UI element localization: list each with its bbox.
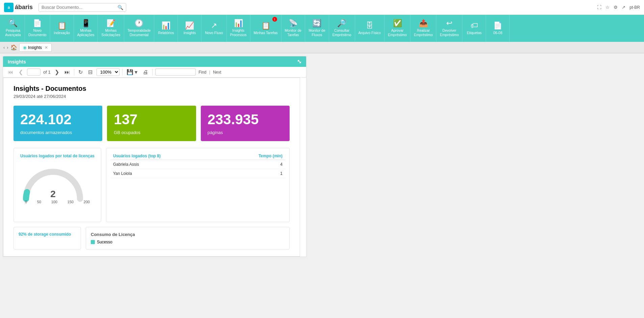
- tab-close-button[interactable]: ✕: [45, 45, 48, 50]
- expand-icon[interactable]: ⤡: [297, 58, 301, 65]
- nav-item-indexacao[interactable]: 📋Indexação: [50, 15, 74, 42]
- nav-icon-pesquisa: 🔍: [8, 20, 18, 27]
- nav-item-relatorios[interactable]: 📊Relatórios: [154, 15, 178, 42]
- kpi-pages-label: páginas: [208, 130, 283, 135]
- nav-icon-minhas-sol: 📝: [106, 20, 115, 27]
- svg-text:2: 2: [50, 189, 56, 199]
- nav-item-insights[interactable]: 📈Insights: [178, 15, 202, 42]
- nav-label-novo-doc: Novo Documento: [28, 28, 47, 37]
- nav-label-arquivo-fisico: Arquivo Físico: [358, 31, 381, 35]
- nav-back-icon[interactable]: ‹: [3, 45, 5, 50]
- nav-item-pesquisa[interactable]: 🔍Pesquisa Avançada: [1, 15, 25, 42]
- nav-item-devolver-emp[interactable]: ↩Devolver Empréstimo: [436, 15, 462, 42]
- prev-page-button[interactable]: ❮: [17, 68, 24, 76]
- nav-icon-minhas-tarefas: 📋: [261, 22, 270, 29]
- nav-label-relatorios: Relatórios: [158, 31, 174, 35]
- nav-icon-monitor-fluxos: 🔄: [312, 20, 321, 27]
- breadcrumb-tab-insights[interactable]: ◉ Insights ✕: [19, 43, 52, 52]
- tab-insights-label: Insights: [28, 45, 42, 50]
- find-button[interactable]: Find: [198, 70, 206, 75]
- search-input[interactable]: [42, 5, 117, 10]
- nav-label-devolver-emp: Devolver Empréstimo: [440, 28, 459, 37]
- nav-item-monitor-fluxos[interactable]: 🔄Monitor de Fluxos: [305, 15, 329, 42]
- nav-forward-icon[interactable]: ›: [7, 45, 8, 50]
- nav-item-minhas-tarefas[interactable]: 📋Minhas Tarefas1: [250, 15, 281, 42]
- last-page-button[interactable]: ⏭: [63, 69, 71, 76]
- gauge-label-150: 150: [68, 200, 74, 204]
- nav-item-06-08[interactable]: 📄06-08: [486, 15, 510, 42]
- nav-item-insights-proc[interactable]: 📊Insights Processos: [227, 15, 250, 42]
- storage-label: 92% de storage consumido: [19, 232, 76, 237]
- legend-label-success: Sucesso: [97, 240, 112, 244]
- fullscreen-icon[interactable]: ⛶: [597, 5, 601, 10]
- kpi-card-documents: 224.102 documentos armazenados: [14, 106, 102, 141]
- kpi-card-pages: 233.935 páginas: [201, 106, 290, 141]
- nav-label-consultar-emp: Consultar Empréstimo: [332, 28, 351, 37]
- kpi-card-gb: 137 GB ocupados: [107, 106, 196, 141]
- tab-insights-icon: ◉: [23, 45, 27, 50]
- nav-item-minhas-apps[interactable]: 📱Minhas Aplicações: [74, 15, 98, 42]
- search-box[interactable]: 🔍: [38, 3, 126, 12]
- gauge-title: Usuários logados por total de licenças: [19, 154, 96, 158]
- user-time: 1: [223, 169, 285, 178]
- nav-item-novo-doc[interactable]: 📄Novo Documento: [25, 15, 50, 42]
- nav-label-minhas-apps: Minhas Aplicações: [77, 28, 95, 37]
- users-card: Usuários logados (top 8) Tempo (min) Gab…: [106, 148, 290, 222]
- gauge-svg: 2: [19, 162, 87, 206]
- nav-item-aprovar-emp[interactable]: ✅Aprovar Empréstimo: [384, 15, 410, 42]
- search-icon[interactable]: 🔍: [117, 5, 123, 10]
- nav-label-realizar-emp: Realizar Empréstimo: [414, 28, 433, 37]
- nav-icon-novo-fluxo: ↗: [211, 22, 217, 29]
- refresh-button[interactable]: ↻: [77, 68, 84, 76]
- nav-icon-arquivo-fisico: 🗄: [366, 22, 373, 29]
- nav-icon-insights: 📈: [185, 22, 194, 29]
- nav-item-temporalidade[interactable]: 🕐Temporalidade Documental: [124, 15, 155, 42]
- nav-icon-minhas-apps: 📱: [81, 20, 90, 27]
- logout-icon[interactable]: ↗: [622, 5, 625, 10]
- nav-icon-monitor-tarefas: 📡: [289, 20, 298, 27]
- gauge-label-200: 200: [84, 200, 90, 204]
- nav-label-insights-proc: Insights Processos: [230, 28, 247, 37]
- nav-icon-indexacao: 📋: [57, 22, 66, 29]
- nav-item-monitor-tarefas[interactable]: 📡Monitor de Tarefas: [281, 15, 305, 42]
- nav-item-etiquetas[interactable]: 🏷Etiquetas: [462, 15, 486, 42]
- legend-dot-success: [91, 240, 95, 244]
- nav-label-minhas-sol: Minhas Solicitações: [101, 28, 120, 37]
- user-time: 4: [223, 160, 285, 169]
- nav-label-06-08: 06-08: [493, 31, 502, 35]
- nav-item-novo-fluxo[interactable]: ↗Novo Fluxo: [202, 15, 226, 42]
- topbar: a ábaris 🔍 ⛶ ☆ ⚙ ↗ pt-BR: [0, 0, 644, 15]
- nav-label-insights: Insights: [184, 31, 196, 35]
- nav-icon-06-08: 📄: [493, 22, 502, 29]
- table-row: Gabriela Assis4: [110, 160, 285, 169]
- nav-icon-aprovar-emp: ✅: [393, 20, 402, 27]
- nav-icon-temporalidade: 🕐: [134, 20, 143, 27]
- nav-item-minhas-sol[interactable]: 📝Minhas Solicitações: [98, 15, 124, 42]
- zoom-out-button[interactable]: ⊟: [87, 68, 94, 76]
- report-date-range: 29/03/2024 até 27/06/2024: [14, 94, 290, 99]
- zoom-select[interactable]: 100% 75% 150%: [97, 68, 119, 76]
- settings-icon[interactable]: ⚙: [614, 5, 618, 10]
- nav-item-arquivo-fisico[interactable]: 🗄Arquivo Físico: [355, 15, 385, 42]
- nav-icon-devolver-emp: ↩: [446, 20, 452, 27]
- gauge-label-100: 100: [51, 200, 57, 204]
- kpi-row: 224.102 documentos armazenados 137 GB oc…: [14, 106, 290, 141]
- nav-item-realizar-emp[interactable]: 📤Realizar Empréstimo: [410, 15, 436, 42]
- divider-2: [122, 69, 123, 76]
- page-number-input[interactable]: 1: [27, 69, 41, 76]
- nav-icon-relatorios: 📊: [161, 22, 170, 29]
- find-next-button[interactable]: Next: [213, 70, 221, 75]
- first-page-button[interactable]: ⏮: [6, 69, 15, 76]
- star-icon[interactable]: ☆: [606, 5, 610, 10]
- next-page-button[interactable]: ❯: [53, 68, 60, 76]
- nav-icon-insights-proc: 📊: [234, 20, 243, 27]
- main-area: Insights ⤡ ⏮ ❮ 1 of 1 ❯ ⏭ ↻ ⊟ 100% 75% 1…: [0, 53, 644, 260]
- kpi-documents-label: documentos armazenados: [20, 130, 96, 135]
- find-input[interactable]: [155, 69, 196, 76]
- home-icon[interactable]: 🏠: [10, 44, 17, 51]
- nav-item-consultar-emp[interactable]: 🔎Consultar Empréstimo: [329, 15, 355, 42]
- lang-label[interactable]: pt-BR: [629, 5, 640, 10]
- nav-icon-realizar-emp: 📤: [419, 20, 428, 27]
- print-button[interactable]: 🖨: [141, 69, 150, 76]
- save-button[interactable]: 💾 ▾: [125, 68, 139, 76]
